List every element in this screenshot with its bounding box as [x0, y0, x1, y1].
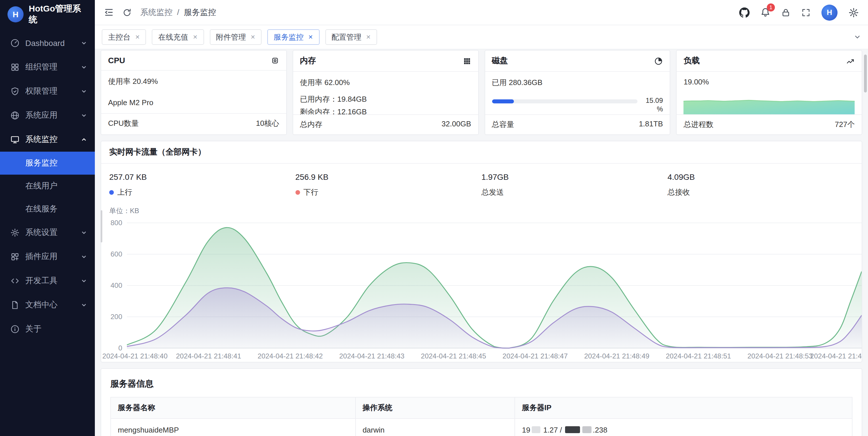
server-ip-cell: 19 1.27 / .238	[515, 418, 852, 436]
server-info-table: 服务器名称 操作系统 服务器IP mengshuaideMBP darwin 1…	[111, 397, 852, 436]
sidebar-item-plugins[interactable]: 插件应用	[0, 245, 95, 269]
network-traffic-card: 实时网卡流量（全部网卡） 257.07 KB 上行 256.9 KB 下行 1.…	[101, 141, 862, 363]
svg-text:2024-04-21 21:48:45: 2024-04-21 21:48:45	[421, 352, 486, 360]
stat-total-sent-value: 1.97GB	[482, 172, 668, 181]
dashboard-icon	[10, 38, 20, 48]
sidebar: H HotGo管理系统 Dashboard 组织管理	[0, 0, 95, 436]
cpu-footer-label: CPU数量	[108, 118, 139, 129]
tab-label: 主控台	[108, 32, 130, 42]
stat-total-received-label: 总接收	[668, 187, 690, 198]
sidebar-item-dev-tools[interactable]: 开发工具	[0, 269, 95, 293]
close-icon[interactable]: ✕	[193, 34, 198, 40]
notification-badge: 1	[767, 3, 775, 11]
sidebar-item-organization[interactable]: 组织管理	[0, 55, 95, 79]
legend-dot	[296, 190, 300, 195]
content-scrollbar[interactable]	[101, 210, 102, 242]
sidebar-submenu-system-monitor: 服务监控 在线用户 在线服务	[0, 152, 95, 221]
sidebar-item-label: 插件应用	[25, 251, 81, 262]
tab-console[interactable]: 主控台 ✕	[102, 29, 146, 45]
lock-icon[interactable]	[781, 8, 790, 17]
table-header-row: 服务器名称 操作系统 服务器IP	[111, 397, 852, 418]
disk-percent-unit: %	[642, 105, 663, 114]
sidebar-item-docs[interactable]: 文档中心	[0, 293, 95, 317]
chevron-down-icon	[81, 40, 87, 46]
svg-text:2024-04-21 21:48:41: 2024-04-21 21:48:41	[176, 352, 241, 360]
sidebar-item-permissions[interactable]: 权限管理	[0, 79, 95, 103]
top-bar: 系统监控 / 服务监控 1 H	[95, 0, 868, 25]
chevron-up-icon	[81, 137, 87, 142]
close-icon[interactable]: ✕	[251, 34, 255, 40]
page-scrollbar[interactable]	[864, 55, 867, 93]
app-title: HotGo管理系统	[29, 3, 87, 25]
sidebar-item-label: 关于	[25, 324, 87, 334]
notifications-button[interactable]: 1	[761, 7, 770, 17]
sidebar-item-online-users[interactable]: 在线用户	[0, 175, 95, 198]
memory-used-text: 已用内存：19.84GB	[300, 94, 471, 105]
tabs-more-chevron-icon[interactable]	[854, 33, 861, 41]
app-logo[interactable]: H HotGo管理系统	[0, 0, 95, 29]
close-icon[interactable]: ✕	[135, 34, 140, 40]
chevron-down-icon	[81, 254, 87, 260]
main-area: 系统监控 / 服务监控 1 H	[95, 0, 868, 436]
sidebar-item-system-monitor[interactable]: 系统监控	[0, 128, 95, 152]
sidebar-item-label: 权限管理	[25, 86, 81, 97]
logo-icon: H	[7, 6, 24, 23]
stat-download-label: 下行	[304, 187, 318, 198]
cpu-card-title: CPU	[108, 56, 125, 65]
refresh-icon[interactable]	[122, 8, 132, 17]
sidebar-item-label: 开发工具	[25, 276, 81, 286]
breadcrumb-parent[interactable]: 系统监控	[140, 7, 173, 18]
cpu-chip-icon	[271, 56, 279, 65]
cpu-card: CPU 使用率 20.49% Apple M2 Pro CPU数量 10核心	[101, 50, 287, 135]
chart-unit-label: 单位：KB	[101, 199, 862, 217]
server-info-card: 服务器信息 服务器名称 操作系统 服务器IP mengshuaideMBP da…	[101, 368, 862, 436]
settings-gear-icon[interactable]	[848, 7, 859, 18]
stat-total-sent: 1.97GB 总发送	[482, 172, 668, 198]
stat-total-sent-label: 总发送	[482, 187, 504, 198]
breadcrumb-current: 服务监控	[184, 7, 216, 18]
tab-online-recharge[interactable]: 在线充值 ✕	[152, 29, 204, 45]
disk-footer-label: 总容量	[492, 120, 514, 130]
load-card-title: 负载	[684, 56, 700, 66]
sidebar-subitem-label: 在线服务	[25, 204, 58, 214]
gear-icon	[10, 228, 20, 237]
info-icon	[10, 325, 20, 334]
github-icon[interactable]	[739, 7, 750, 18]
svg-text:2024-04-21 21:48:42: 2024-04-21 21:48:42	[257, 352, 323, 360]
network-chart-svg: 02004006008002024-04-21 21:48:402024-04-…	[101, 217, 862, 362]
tab-service-monitor[interactable]: 服务监控 ✕	[267, 29, 319, 45]
chevron-down-icon	[81, 230, 87, 236]
tab-config[interactable]: 配置管理 ✕	[325, 29, 377, 45]
code-icon	[10, 276, 20, 286]
close-icon[interactable]: ✕	[308, 34, 313, 40]
document-icon	[10, 300, 20, 310]
sidebar-item-system-apps[interactable]: 系统应用	[0, 103, 95, 128]
trend-chart-icon	[846, 57, 855, 65]
load-footer-value: 727个	[835, 120, 855, 130]
ip-redaction-block	[531, 426, 540, 433]
svg-text:2024-04-21 21:4: 2024-04-21 21:4	[810, 352, 862, 360]
sidebar-item-label: Dashboard	[25, 38, 81, 48]
chevron-down-icon	[81, 302, 87, 308]
sidebar-item-dashboard[interactable]: Dashboard	[0, 31, 95, 55]
close-icon[interactable]: ✕	[366, 34, 371, 40]
sidebar-item-label: 系统监控	[25, 134, 81, 145]
ip-redaction-block	[583, 426, 592, 433]
avatar[interactable]: H	[822, 4, 838, 21]
tab-label: 服务监控	[274, 32, 304, 42]
sidebar-item-system-settings[interactable]: 系统设置	[0, 221, 95, 245]
sidebar-collapse-button[interactable]	[104, 7, 114, 17]
tab-attachments[interactable]: 附件管理 ✕	[210, 29, 262, 45]
sidebar-item-online-services[interactable]: 在线服务	[0, 198, 95, 221]
memory-usage-text: 使用率 62.00%	[300, 77, 471, 88]
sidebar-item-service-monitor[interactable]: 服务监控	[0, 152, 95, 175]
tab-label: 配置管理	[331, 32, 361, 42]
fullscreen-icon[interactable]	[801, 8, 810, 17]
sidebar-item-about[interactable]: 关于	[0, 317, 95, 341]
server-os-cell: darwin	[355, 418, 515, 436]
network-traffic-title: 实时网卡流量（全部网卡）	[101, 141, 862, 164]
cpu-model-text: Apple M2 Pro	[108, 98, 279, 107]
memory-card: 内存 使用率 62.00% 已用内存：19.84GB 剩余内存：12.16GB …	[292, 50, 479, 135]
sidebar-item-label: 文档中心	[25, 300, 81, 310]
column-server-ip: 服务器IP	[515, 397, 852, 418]
